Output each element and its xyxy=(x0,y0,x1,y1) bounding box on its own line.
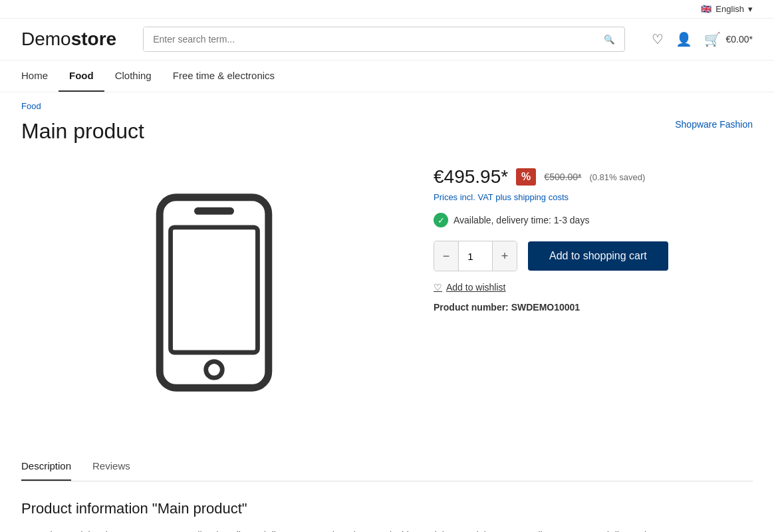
description-text: Lorem ipsum dolor sit amet, consetetur s… xyxy=(21,528,753,532)
tab-description[interactable]: Description xyxy=(21,452,71,481)
search-input[interactable] xyxy=(144,27,594,51)
quantity-input[interactable] xyxy=(458,241,493,271)
price-saved: (0.81% saved) xyxy=(589,172,645,182)
quantity-decrease-button[interactable]: − xyxy=(434,241,458,271)
product-details: €495.95* % €500.00* (0.81% saved) Prices… xyxy=(434,160,753,426)
language-arrow-icon: ▾ xyxy=(748,4,753,14)
availability-text: Available, delivery time: 1-3 days xyxy=(453,215,589,225)
language-selector[interactable]: 🇬🇧 English ▾ xyxy=(701,4,753,14)
price-main: €495.95* xyxy=(434,166,508,188)
product-number: Product number: SWDEMO10001 xyxy=(434,302,753,313)
wishlist-label: Add to wishlist xyxy=(446,282,505,293)
product-image-svg xyxy=(148,193,281,392)
svg-rect-1 xyxy=(171,227,258,352)
search-icon: 🔍 xyxy=(604,35,615,45)
availability: ✓ Available, delivery time: 1-3 days xyxy=(434,213,753,227)
cart-price: €0.00* xyxy=(726,34,753,45)
product-image xyxy=(21,160,407,426)
product-number-value: SWDEMO10001 xyxy=(511,302,580,313)
availability-check-icon: ✓ xyxy=(434,213,448,227)
wishlist-icon[interactable]: ♡ xyxy=(652,31,664,47)
search-button[interactable]: 🔍 xyxy=(594,28,624,51)
nav-item-home[interactable]: Home xyxy=(21,61,59,92)
nav-item-clothing[interactable]: Clothing xyxy=(104,61,162,92)
quantity-control: − + xyxy=(434,241,517,271)
breadcrumb: Food xyxy=(0,92,774,119)
manufacturer-link[interactable]: Shopware Fashion xyxy=(675,119,753,130)
product-main: €495.95* % €500.00* (0.81% saved) Prices… xyxy=(21,160,753,426)
site-logo[interactable]: Demostore xyxy=(21,29,116,50)
account-icon[interactable]: 👤 xyxy=(676,31,692,47)
price-badge: % xyxy=(516,168,536,186)
add-to-cart-button[interactable]: Add to shopping cart xyxy=(528,241,668,271)
logo-bold-text: store xyxy=(71,29,116,49)
product-page: Main product Shopware Fashion €495.95* % xyxy=(0,119,774,532)
quantity-increase-button[interactable]: + xyxy=(493,241,517,271)
product-title: Main product xyxy=(21,119,144,144)
tab-reviews[interactable]: Reviews xyxy=(92,452,130,481)
product-header: Main product Shopware Fashion xyxy=(21,119,753,144)
product-number-label: Product number: xyxy=(434,302,509,313)
product-tabs: Description Reviews xyxy=(21,452,753,481)
header-actions: ♡ 👤 🛒 €0.00* xyxy=(652,31,753,47)
add-to-wishlist-button[interactable]: ♡ Add to wishlist xyxy=(434,282,753,293)
price-original: €500.00* xyxy=(544,172,581,182)
cart-row: − + Add to shopping cart xyxy=(434,241,753,271)
description-title: Product information "Main product" xyxy=(21,500,753,517)
breadcrumb-link[interactable]: Food xyxy=(21,101,41,111)
nav-item-food[interactable]: Food xyxy=(59,61,104,92)
nav-item-free-time[interactable]: Free time & electronics xyxy=(162,61,285,92)
svg-point-3 xyxy=(206,362,223,378)
price-row: €495.95* % €500.00* (0.81% saved) xyxy=(434,166,753,188)
cart-button[interactable]: 🛒 €0.00* xyxy=(704,31,753,47)
language-label: English xyxy=(715,4,744,14)
logo-light-text: Demo xyxy=(21,29,71,49)
flag-icon: 🇬🇧 xyxy=(701,4,711,14)
wishlist-heart-icon: ♡ xyxy=(434,282,442,293)
price-info-link[interactable]: Prices incl. VAT plus shipping costs xyxy=(434,192,569,202)
main-nav: Home Food Clothing Free time & electroni… xyxy=(0,61,774,92)
description-section: Product information "Main product" Lorem… xyxy=(21,481,753,532)
price-info: Prices incl. VAT plus shipping costs xyxy=(434,192,753,202)
svg-rect-2 xyxy=(194,207,234,215)
search-bar: 🔍 xyxy=(143,27,624,52)
cart-icon: 🛒 xyxy=(704,31,721,47)
